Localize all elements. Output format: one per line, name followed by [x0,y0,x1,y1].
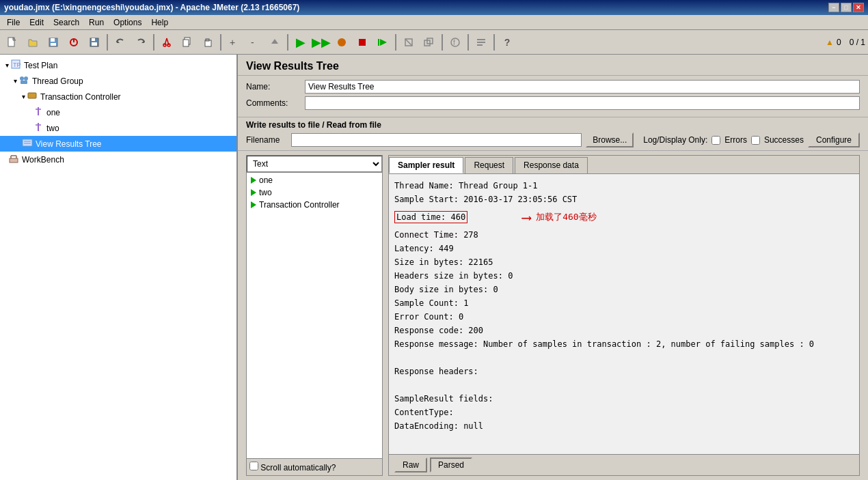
menu-edit[interactable]: Edit [25,16,48,29]
sep6 [442,34,443,51]
tab-request[interactable]: Request [465,157,513,173]
start-no-pauses-button[interactable]: ▶▶ [312,33,331,52]
tree-item-transaction-controller[interactable]: ▾ Transaction Controller [0,89,236,104]
tree-item-test-plan[interactable]: ▾ TP Test Plan [0,57,236,73]
clear-button[interactable] [399,33,418,52]
remove-button[interactable]: - [245,33,264,52]
save-as-button[interactable] [44,33,63,52]
undo-button[interactable] [111,33,130,52]
maximize-button[interactable]: □ [841,3,852,12]
redo-button[interactable] [131,33,150,52]
comments-row: Comments: [246,96,860,110]
size-bytes-line: Size in bytes: 22165 [394,256,854,268]
sep1 [107,34,108,51]
tree-item-two[interactable]: two [0,120,236,136]
add-button[interactable]: + [224,33,243,52]
menu-run[interactable]: Run [85,16,108,29]
tree-item-label: two [46,124,59,133]
success-icon-two [251,189,256,196]
latency-line: Latency: 449 [394,242,854,255]
results-content: Thread Name: Thread Group 1-1 Sample Sta… [389,174,859,454]
results-display-dropdown[interactable]: Text HTML JSON XML [247,156,382,172]
tree-item-one[interactable]: one [0,104,236,120]
configure-button[interactable]: Configure [808,132,860,147]
thread-name-line: Thread Name: Thread Group 1-1 [394,180,854,192]
svg-rect-34 [477,44,483,46]
warning-count: 0 [837,38,841,47]
errors-checkbox[interactable] [711,136,720,145]
sample-count-line: Sample Count: 1 [394,297,854,309]
svg-rect-8 [92,42,97,46]
sep3 [220,34,221,51]
cut-button[interactable] [157,33,176,52]
svg-point-30 [451,38,459,46]
result-item-two[interactable]: two [248,186,381,199]
tree-item-thread-group[interactable]: ▾ Thread Group [0,73,236,89]
result-item-transaction-controller[interactable]: Transaction Controller [248,199,381,211]
shutdown-button[interactable] [353,33,372,52]
successes-checkbox[interactable] [751,136,760,145]
raw-button[interactable]: Raw [394,457,427,472]
clear-all-button[interactable] [420,33,439,52]
transaction-controller-icon [27,90,38,103]
success-icon-tc [251,201,256,208]
svg-rect-39 [21,81,27,84]
function-helper-button[interactable]: f [446,33,465,52]
results-bottom-bar: Raw Parsed [389,454,859,475]
svg-point-37 [20,76,24,81]
help-button[interactable]: ? [498,33,517,52]
menu-bar: File Edit Search Run Options Help [0,15,868,30]
tab-sampler-result[interactable]: Sampler result [389,157,463,173]
tab-response-data[interactable]: Response data [515,157,588,173]
svg-rect-32 [477,39,485,40]
menu-help[interactable]: Help [147,16,172,29]
write-results-section: Write results to file / Read from file F… [238,117,868,151]
annotation-container: ⟶ 加载了460毫秒 [522,207,597,227]
menu-file[interactable]: File [3,16,24,29]
copy-button[interactable] [178,33,197,52]
paste-button[interactable] [198,33,217,52]
svg-rect-48 [10,158,18,163]
move-up-button[interactable] [265,33,284,52]
results-list-panel: Text HTML JSON XML one two [246,155,383,476]
svg-line-27 [405,39,412,46]
tree-item-label: one [46,108,60,117]
vrt-title-text: View Results Tree [246,60,339,72]
scroll-checkbox[interactable] [249,462,258,470]
new-button[interactable] [3,33,22,52]
parsed-button[interactable]: Parsed [430,457,472,472]
menu-search[interactable]: Search [49,16,83,29]
sep8 [493,34,495,51]
title-bar-buttons: − □ ✕ [828,3,864,12]
response-headers-label [394,352,854,364]
svg-marker-24 [380,39,387,46]
close-button[interactable]: ✕ [853,3,864,12]
write-results-title: Write results to file / Read from file [246,120,860,130]
browse-button[interactable]: Browse... [586,132,634,147]
svg-point-22 [338,38,346,46]
log-viewer-button[interactable] [472,33,491,52]
workbench-label: WorkBench [22,155,64,165]
tree-item-workbench[interactable]: WorkBench [0,152,236,167]
workbench-icon [8,153,19,166]
filename-input[interactable] [291,133,582,147]
result-item-one[interactable]: one [248,174,381,186]
warning-icon: ▲ [826,38,834,47]
response-message-line: Response message: Number of samples in t… [394,338,854,350]
main-area: ▾ TP Test Plan ▾ Thread Group ▾ Transact… [0,55,868,480]
minimize-button[interactable]: − [828,3,839,12]
open-button[interactable] [23,33,42,52]
result-item-label: one [259,175,273,185]
svg-rect-7 [92,38,95,41]
remote-start-all-button[interactable] [373,33,392,52]
comments-input[interactable] [305,96,860,110]
revert-button[interactable] [64,33,83,52]
name-input[interactable] [305,80,860,94]
success-icon-one [251,177,256,184]
tree-item-view-results-tree[interactable]: View Results Tree [0,136,236,152]
stop-button[interactable] [332,33,351,52]
response-headers-line: Response headers: [394,365,854,378]
save-button[interactable] [85,33,104,52]
start-button[interactable]: ▶ [291,33,310,52]
menu-options[interactable]: Options [109,16,146,29]
